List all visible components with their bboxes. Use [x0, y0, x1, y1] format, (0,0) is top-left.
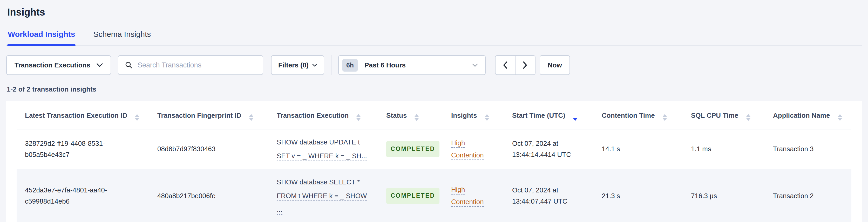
sort-carets[interactable]	[249, 114, 253, 121]
transaction-execution-cell: SHOW database UPDATE tSET v = _ WHERE k …	[277, 129, 386, 169]
insights-table-card: Latest Transaction Execution IDTransacti…	[6, 101, 862, 222]
status-cell: COMPLETED	[386, 129, 451, 169]
filters-label: Filters (0)	[278, 61, 309, 69]
previous-time-range-button[interactable]	[495, 55, 515, 75]
column-header: Application Name	[773, 101, 851, 129]
latest-execution-id-cell: 328729d2-ff19-4408-8531-b05a5b4e43c7	[17, 129, 157, 169]
sort-caret-down-icon	[663, 118, 667, 121]
sort-caret-down-icon	[746, 118, 750, 121]
table-row: 328729d2-ff19-4408-8531-b05a5b4e43c708d8…	[17, 129, 851, 169]
column-header: Status	[386, 101, 451, 129]
sort-caret-up-icon	[414, 114, 419, 117]
page-title: Insights	[7, 7, 862, 18]
sort-carets[interactable]	[356, 114, 361, 121]
chevron-down-icon	[312, 64, 317, 67]
transaction-execution-link[interactable]: ...	[277, 205, 282, 215]
sql-cpu-time-cell: 1.1 ms	[691, 129, 773, 169]
chevron-left-icon	[503, 61, 507, 69]
status-badge: COMPLETED	[386, 188, 439, 204]
sort-caret-down-icon	[135, 118, 139, 121]
column-header-label[interactable]: Application Name	[773, 112, 830, 123]
sql-cpu-time-cell: 716.3 µs	[691, 169, 773, 222]
sort-caret-down-icon	[414, 118, 419, 121]
time-range-picker[interactable]: 6h Past 6 Hours	[338, 55, 486, 75]
sort-caret-down-icon	[356, 118, 361, 121]
sort-carets[interactable]	[414, 114, 419, 121]
sort-caret-down-icon	[485, 118, 489, 121]
column-header-label[interactable]: Transaction Execution	[277, 112, 349, 123]
search-icon	[125, 61, 133, 69]
tab-bar: Workload Insights Schema Insights	[6, 30, 862, 46]
transaction-insights-table: Latest Transaction Execution IDTransacti…	[17, 101, 851, 222]
insight-link[interactable]: High Contention	[451, 139, 484, 160]
column-header: Contention Time	[602, 101, 691, 129]
workload-type-dropdown-label: Transaction Executions	[14, 61, 90, 69]
transaction-execution-link[interactable]: SET v = _ WHERE k = _ SH...	[277, 152, 367, 161]
chevron-right-icon	[523, 61, 527, 69]
sort-carets[interactable]	[135, 114, 139, 121]
transaction-execution-link[interactable]: SHOW database UPDATE t	[277, 138, 360, 147]
column-header: Start Time (UTC)	[512, 101, 602, 129]
column-header-label[interactable]: Start Time (UTC)	[512, 112, 565, 123]
sort-caret-up-icon	[838, 114, 842, 117]
sort-caret-up-icon	[746, 114, 750, 117]
time-range-nav	[495, 55, 535, 75]
contention-time-cell: 14.1 s	[602, 129, 691, 169]
sort-caret-down-icon	[249, 118, 253, 121]
column-header: Transaction Execution	[277, 101, 386, 129]
transaction-execution-link[interactable]: SHOW database SELECT *	[277, 178, 360, 187]
contention-time-cell: 21.3 s	[602, 169, 691, 222]
application-name-cell: Transaction 3	[773, 129, 851, 169]
insights-cell: High Contention	[451, 129, 512, 169]
sort-caret-up-icon	[356, 114, 361, 117]
transaction-execution-link[interactable]: FROM t WHERE k = _ SHOW	[277, 192, 367, 201]
now-button[interactable]: Now	[540, 55, 570, 75]
sort-carets[interactable]	[746, 114, 750, 121]
insights-page: Insights Workload Insights Schema Insigh…	[0, 0, 868, 222]
search-input[interactable]	[137, 61, 256, 69]
column-header-label[interactable]: Insights	[451, 112, 477, 123]
start-time-cell: Oct 07, 2024 at 13:44:14.4414 UTC	[512, 129, 602, 169]
column-header: SQL CPU Time	[691, 101, 773, 129]
application-name-cell: Transaction 2	[773, 169, 851, 222]
sort-caret-up-icon	[663, 114, 667, 117]
time-range-badge: 6h	[342, 59, 358, 71]
column-header-label[interactable]: Latest Transaction Execution ID	[25, 112, 127, 123]
search-box[interactable]	[118, 55, 263, 75]
filters-dropdown[interactable]: Filters (0)	[271, 55, 324, 75]
sort-carets[interactable]	[663, 114, 667, 121]
column-header: Insights	[451, 101, 512, 129]
transaction-execution-cell: SHOW database SELECT *FROM t WHERE k = _…	[277, 169, 386, 222]
workload-type-dropdown[interactable]: Transaction Executions	[6, 55, 111, 75]
fingerprint-id-cell: 480a8b217be006fe	[157, 169, 277, 222]
sort-caret-up-icon	[135, 114, 139, 117]
column-header-label[interactable]: Contention Time	[602, 112, 655, 123]
sort-carets[interactable]	[838, 114, 842, 121]
column-header: Latest Transaction Execution ID	[17, 101, 157, 129]
insight-link[interactable]: High Contention	[451, 186, 484, 207]
start-time-cell: Oct 07, 2024 at 13:44:07.447 UTC	[512, 169, 602, 222]
sort-caret-down-icon	[573, 118, 577, 121]
status-cell: COMPLETED	[386, 169, 451, 222]
now-button-label: Now	[548, 61, 562, 69]
toolbar-divider	[331, 55, 332, 75]
results-summary: 1-2 of 2 transaction insights	[7, 85, 862, 93]
chevron-down-icon	[97, 63, 103, 67]
sort-carets[interactable]	[573, 114, 577, 121]
toolbar: Transaction Executions Filters (0) 6h Pa…	[6, 55, 862, 75]
insights-cell: High Contention	[451, 169, 512, 222]
column-header-label[interactable]: SQL CPU Time	[691, 112, 739, 123]
column-header-label[interactable]: Transaction Fingerprint ID	[157, 112, 241, 123]
tab-workload-insights[interactable]: Workload Insights	[7, 30, 75, 45]
latest-execution-id-cell: 452da3e7-e7fa-4801-aa40-c59988d14eb6	[17, 169, 157, 222]
sort-caret-up-icon	[485, 114, 489, 117]
sort-caret-down-icon	[838, 118, 842, 121]
tab-schema-insights[interactable]: Schema Insights	[93, 30, 151, 45]
sort-caret-up-icon	[249, 114, 253, 117]
status-badge: COMPLETED	[386, 141, 439, 157]
table-row: 452da3e7-e7fa-4801-aa40-c59988d14eb6480a…	[17, 169, 851, 222]
column-header: Transaction Fingerprint ID	[157, 101, 277, 129]
next-time-range-button[interactable]	[515, 55, 535, 75]
column-header-label[interactable]: Status	[386, 112, 407, 123]
sort-carets[interactable]	[485, 114, 489, 121]
